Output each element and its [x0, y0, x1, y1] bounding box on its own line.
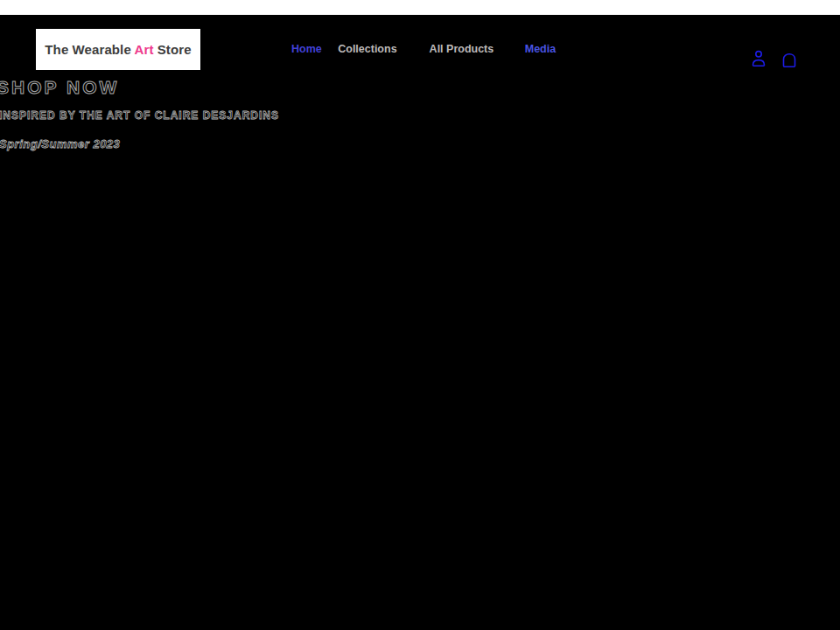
- nav-item-media[interactable]: Media: [525, 43, 556, 55]
- account-button[interactable]: [748, 48, 769, 69]
- person-icon: [748, 48, 769, 69]
- nav-item-home[interactable]: Home: [291, 43, 322, 55]
- hero-subtitle: INSPIRED BY THE ART OF CLAIRE DESJARDINS: [0, 109, 279, 122]
- shopping-bag-icon: [779, 49, 800, 70]
- logo-text-accent: Art: [135, 42, 154, 57]
- hero-title: SHOP NOW: [0, 77, 119, 98]
- hero-season-label: Spring/Summer 2023: [0, 137, 120, 150]
- store-logo[interactable]: The Wearable Art Store: [36, 29, 200, 70]
- store-logo-text: The Wearable Art Store: [45, 42, 191, 57]
- nav-item-all-products[interactable]: All Products: [430, 43, 494, 55]
- logo-text-prefix: The Wearable: [45, 42, 134, 57]
- nav-item-collections[interactable]: Collections: [338, 43, 396, 55]
- top-strip: [0, 0, 840, 15]
- main-nav: Home Collections All Products Media: [291, 43, 556, 55]
- cart-button[interactable]: [779, 49, 800, 70]
- logo-text-suffix: Store: [154, 42, 192, 57]
